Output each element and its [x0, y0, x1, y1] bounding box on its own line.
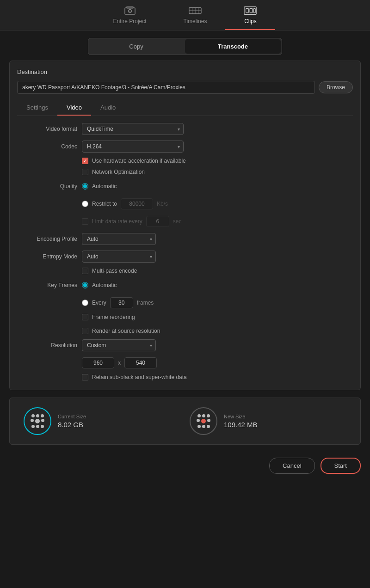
video-form: Video format QuickTime MP4 MXF Codec — [17, 122, 353, 382]
limit-data-label: Limit data rate every — [92, 218, 142, 225]
restrict-radio-row: Restrict to Kb/s — [82, 198, 168, 209]
limit-data-control: Limit data rate every sec — [82, 216, 353, 227]
cancel-button[interactable]: Cancel — [269, 458, 314, 474]
resolve-dots-new — [197, 414, 210, 428]
keyframes-every-row: Every frames — [17, 296, 353, 309]
resolution-control: Custom 1920x1080 1280x720 — [82, 339, 353, 351]
network-opt-row: Network Optimization — [82, 169, 353, 175]
limit-data-value-input[interactable] — [146, 216, 169, 227]
nav-timelines[interactable]: Timelines — [165, 0, 226, 30]
destination-panel: Destination Browse Settings Video Audio … — [9, 61, 361, 390]
video-format-row: Video format QuickTime MP4 MXF — [17, 122, 353, 135]
retain-checkbox[interactable] — [82, 374, 88, 380]
keyframes-control: Automatic — [82, 282, 353, 288]
destination-path-row: Browse — [17, 81, 353, 94]
network-opt-checkbox[interactable] — [82, 169, 88, 175]
entropy-mode-control: Auto CAVLC CABAC — [82, 251, 353, 263]
encoding-profile-control: Auto Baseline Main High — [82, 233, 353, 245]
keyframes-every-unit: frames — [137, 300, 154, 306]
new-size-item: New Size 109.42 MB — [190, 407, 346, 435]
entropy-mode-select-wrapper: Auto CAVLC CABAC — [82, 251, 156, 263]
nav-entire-project-label: Entire Project — [113, 18, 147, 24]
svg-rect-11 — [250, 8, 253, 12]
resolution-select[interactable]: Custom 1920x1080 1280x720 — [82, 339, 156, 351]
frame-reorder-checkbox[interactable] — [82, 314, 88, 320]
entire-project-icon — [123, 6, 136, 16]
timelines-icon — [189, 6, 202, 16]
current-size-info: Current Size 8.02 GB — [58, 414, 86, 429]
new-size-info: New Size 109.42 MB — [224, 414, 258, 429]
codec-select[interactable]: H.264 H.265 ProRes — [82, 141, 184, 153]
render-source-row: Render at source resolution — [82, 328, 353, 334]
keyframes-row: Key Frames Automatic — [17, 279, 353, 292]
resolution-dimensions-control: x — [82, 357, 353, 368]
encoding-profile-select-wrapper: Auto Baseline Main High — [82, 233, 156, 245]
mode-toggle: Copy Transcode — [88, 38, 282, 55]
top-nav: Entire Project Timelines Clips — [0, 0, 370, 31]
resolution-width-input[interactable] — [82, 357, 114, 368]
network-opt-label: Network Optimization — [92, 169, 145, 175]
resolution-height-input[interactable] — [124, 357, 157, 368]
video-format-label: Video format — [17, 126, 77, 132]
codec-row: Codec H.264 H.265 ProRes — [17, 140, 353, 153]
keyframes-every-radio[interactable] — [82, 300, 88, 306]
start-button[interactable]: Start — [321, 458, 361, 474]
video-tab[interactable]: Video — [57, 100, 91, 116]
settings-tab[interactable]: Settings — [17, 100, 57, 116]
keyframes-every-value-input[interactable] — [110, 297, 133, 308]
new-size-logo — [190, 407, 217, 435]
nav-clips[interactable]: Clips — [225, 0, 275, 30]
resolution-x-label: x — [118, 360, 121, 366]
status-bar: Current Size 8.02 GB New Size 109.42 MB — [9, 398, 361, 445]
restrict-value-input[interactable] — [121, 198, 153, 209]
multipass-checkbox[interactable] — [82, 268, 88, 274]
encoding-profile-row: Encoding Profile Auto Baseline Main High — [17, 233, 353, 245]
restrict-control: Restrict to Kb/s — [82, 198, 353, 209]
keyframes-automatic-radio[interactable] — [82, 282, 88, 288]
transcode-button[interactable]: Transcode — [185, 39, 281, 54]
nav-entire-project[interactable]: Entire Project — [95, 0, 165, 30]
sub-tabs: Settings Video Audio — [17, 100, 353, 116]
current-size-logo — [24, 407, 51, 435]
retain-row: Retain sub-black and super-white data — [82, 374, 353, 380]
multipass-label: Multi-pass encode — [92, 268, 137, 274]
encoding-profile-select[interactable]: Auto Baseline Main High — [82, 233, 156, 245]
limit-data-unit: sec — [173, 218, 182, 225]
restrict-radio[interactable] — [82, 201, 88, 207]
codec-control: H.264 H.265 ProRes — [82, 141, 353, 153]
resolution-label: Resolution — [17, 342, 77, 349]
resolve-dots-current — [31, 414, 44, 428]
entropy-mode-row: Entropy Mode Auto CAVLC CABAC — [17, 250, 353, 263]
copy-button[interactable]: Copy — [88, 38, 184, 55]
restrict-row: Restrict to Kb/s — [17, 197, 353, 210]
multipass-row: Multi-pass encode — [82, 268, 353, 274]
entropy-mode-label: Entropy Mode — [17, 253, 77, 260]
codec-select-wrapper: H.264 H.265 ProRes — [82, 141, 184, 153]
quality-automatic-row: Automatic — [82, 183, 117, 190]
hw-accel-row: Use hardware acceleration if available — [82, 158, 353, 164]
audio-tab[interactable]: Audio — [91, 100, 125, 116]
render-source-label: Render at source resolution — [92, 328, 160, 334]
browse-button[interactable]: Browse — [319, 81, 353, 93]
quality-label: Quality — [17, 183, 77, 190]
clips-icon — [244, 6, 257, 16]
nav-clips-label: Clips — [244, 18, 257, 24]
current-size-item: Current Size 8.02 GB — [24, 407, 180, 435]
resolution-row: Resolution Custom 1920x1080 1280x720 — [17, 339, 353, 352]
encoding-profile-label: Encoding Profile — [17, 236, 77, 242]
video-format-select[interactable]: QuickTime MP4 MXF — [82, 123, 184, 135]
quality-automatic-radio[interactable] — [82, 183, 88, 190]
entropy-mode-select[interactable]: Auto CAVLC CABAC — [82, 251, 156, 263]
current-size-value: 8.02 GB — [58, 421, 86, 429]
destination-path-input[interactable] — [17, 81, 315, 94]
nav-timelines-label: Timelines — [184, 18, 207, 24]
quality-row: Quality Automatic — [17, 180, 353, 193]
frame-reorder-label: Frame reordering — [92, 314, 135, 320]
hw-accel-checkbox[interactable] — [82, 158, 88, 164]
keyframes-every-radio-row: Every frames — [82, 297, 154, 308]
keyframes-every-label: Every — [92, 300, 106, 306]
render-source-checkbox[interactable] — [82, 328, 88, 334]
quality-control: Automatic — [82, 183, 353, 190]
limit-data-checkbox[interactable] — [82, 218, 88, 225]
new-size-value: 109.42 MB — [224, 421, 258, 429]
